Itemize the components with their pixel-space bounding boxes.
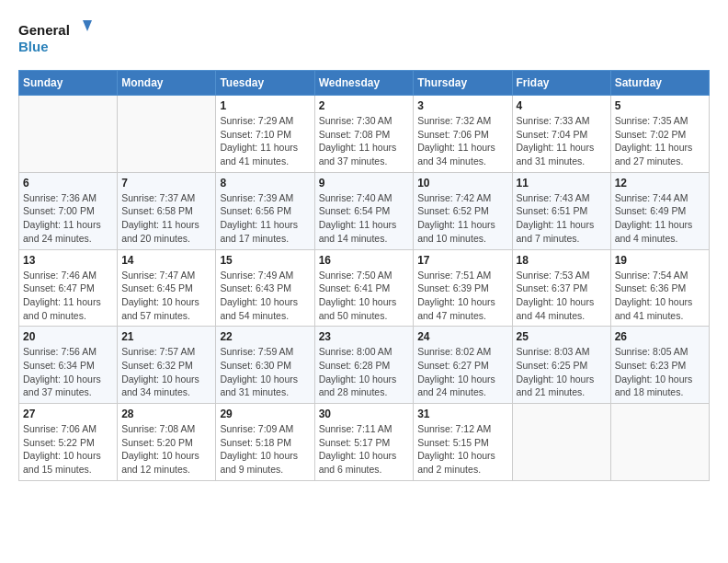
day-number: 22 [220, 330, 310, 343]
weekday-header-saturday: Saturday [610, 71, 709, 96]
page-header: General Blue [18, 18, 710, 55]
calendar-cell: 9Sunrise: 7:40 AM Sunset: 6:54 PM Daylig… [314, 172, 414, 249]
day-number: 31 [417, 408, 507, 420]
calendar-header: SundayMondayTuesdayWednesdayThursdayFrid… [19, 71, 710, 96]
calendar-week-3: 13Sunrise: 7:46 AM Sunset: 6:47 PM Dayli… [19, 249, 710, 327]
weekday-header-wednesday: Wednesday [314, 71, 414, 96]
day-info: Sunrise: 8:03 AM Sunset: 6:25 PM Dayligh… [517, 345, 607, 399]
day-number: 29 [220, 408, 310, 420]
calendar-cell: 28Sunrise: 7:08 AM Sunset: 5:20 PM Dayli… [118, 404, 216, 481]
calendar-cell: 21Sunrise: 7:57 AM Sunset: 6:32 PM Dayli… [118, 327, 216, 404]
calendar-cell: 25Sunrise: 8:03 AM Sunset: 6:25 PM Dayli… [512, 327, 610, 404]
day-info: Sunrise: 7:32 AM Sunset: 7:06 PM Dayligh… [417, 114, 507, 168]
calendar-cell: 29Sunrise: 7:09 AM Sunset: 5:18 PM Dayli… [216, 404, 314, 481]
weekday-header-monday: Monday [118, 71, 216, 96]
day-info: Sunrise: 7:09 AM Sunset: 5:18 PM Dayligh… [220, 422, 310, 477]
calendar-table: SundayMondayTuesdayWednesdayThursdayFrid… [18, 70, 710, 481]
day-number: 20 [23, 330, 113, 343]
day-info: Sunrise: 8:05 AM Sunset: 6:23 PM Dayligh… [615, 345, 705, 399]
day-number: 15 [220, 254, 310, 267]
calendar-cell: 30Sunrise: 7:11 AM Sunset: 5:17 PM Dayli… [314, 404, 414, 481]
day-number: 27 [23, 408, 113, 420]
day-number: 7 [121, 177, 211, 190]
day-number: 21 [121, 330, 211, 343]
day-info: Sunrise: 8:02 AM Sunset: 6:27 PM Dayligh… [417, 345, 507, 399]
calendar-week-5: 27Sunrise: 7:06 AM Sunset: 5:22 PM Dayli… [19, 404, 710, 481]
day-number: 6 [23, 177, 113, 190]
day-number: 4 [517, 99, 607, 112]
day-info: Sunrise: 7:35 AM Sunset: 7:02 PM Dayligh… [615, 114, 705, 168]
calendar-cell: 15Sunrise: 7:49 AM Sunset: 6:43 PM Dayli… [216, 249, 314, 327]
day-number: 9 [319, 177, 410, 190]
day-info: Sunrise: 7:40 AM Sunset: 6:54 PM Dayligh… [319, 191, 410, 246]
calendar-cell: 17Sunrise: 7:51 AM Sunset: 6:39 PM Dayli… [414, 249, 512, 327]
calendar-cell: 12Sunrise: 7:44 AM Sunset: 6:49 PM Dayli… [610, 172, 709, 249]
day-info: Sunrise: 7:36 AM Sunset: 7:00 PM Dayligh… [23, 191, 113, 246]
calendar-cell: 27Sunrise: 7:06 AM Sunset: 5:22 PM Dayli… [19, 404, 118, 481]
day-number: 25 [517, 330, 607, 343]
calendar-cell: 19Sunrise: 7:54 AM Sunset: 6:36 PM Dayli… [610, 249, 709, 327]
calendar-cell: 22Sunrise: 7:59 AM Sunset: 6:30 PM Dayli… [216, 327, 314, 404]
calendar-cell: 14Sunrise: 7:47 AM Sunset: 6:45 PM Dayli… [118, 249, 216, 327]
day-info: Sunrise: 7:06 AM Sunset: 5:22 PM Dayligh… [23, 422, 113, 477]
calendar-cell: 6Sunrise: 7:36 AM Sunset: 7:00 PM Daylig… [19, 172, 118, 249]
day-info: Sunrise: 7:08 AM Sunset: 5:20 PM Dayligh… [121, 422, 211, 477]
weekday-row: SundayMondayTuesdayWednesdayThursdayFrid… [19, 71, 710, 96]
day-info: Sunrise: 7:59 AM Sunset: 6:30 PM Dayligh… [220, 345, 310, 399]
day-number: 2 [319, 99, 410, 112]
calendar-cell: 2Sunrise: 7:30 AM Sunset: 7:08 PM Daylig… [314, 96, 414, 173]
day-info: Sunrise: 7:46 AM Sunset: 6:47 PM Dayligh… [23, 269, 113, 323]
day-info: Sunrise: 7:37 AM Sunset: 6:58 PM Dayligh… [121, 191, 211, 246]
day-number: 12 [615, 177, 705, 190]
calendar-week-1: 1Sunrise: 7:29 AM Sunset: 7:10 PM Daylig… [19, 96, 710, 173]
day-number: 28 [121, 408, 211, 420]
calendar-cell: 1Sunrise: 7:29 AM Sunset: 7:10 PM Daylig… [216, 96, 314, 173]
calendar-week-4: 20Sunrise: 7:56 AM Sunset: 6:34 PM Dayli… [19, 327, 710, 404]
day-number: 10 [417, 177, 507, 190]
day-number: 17 [417, 254, 507, 267]
day-number: 3 [417, 99, 507, 112]
day-info: Sunrise: 7:56 AM Sunset: 6:34 PM Dayligh… [23, 345, 113, 399]
weekday-header-tuesday: Tuesday [216, 71, 314, 96]
calendar-cell: 3Sunrise: 7:32 AM Sunset: 7:06 PM Daylig… [414, 96, 512, 173]
logo: General Blue [18, 18, 92, 55]
calendar-cell: 7Sunrise: 7:37 AM Sunset: 6:58 PM Daylig… [118, 172, 216, 249]
day-number: 24 [417, 330, 507, 343]
day-number: 5 [615, 99, 705, 112]
day-info: Sunrise: 7:49 AM Sunset: 6:43 PM Dayligh… [220, 269, 310, 323]
day-info: Sunrise: 7:57 AM Sunset: 6:32 PM Dayligh… [121, 345, 211, 399]
calendar-cell: 20Sunrise: 7:56 AM Sunset: 6:34 PM Dayli… [19, 327, 118, 404]
calendar-cell [512, 404, 610, 481]
day-info: Sunrise: 7:54 AM Sunset: 6:36 PM Dayligh… [615, 269, 705, 323]
calendar-cell: 26Sunrise: 8:05 AM Sunset: 6:23 PM Dayli… [610, 327, 709, 404]
calendar-cell [118, 96, 216, 173]
day-number: 19 [615, 254, 705, 267]
calendar-cell: 8Sunrise: 7:39 AM Sunset: 6:56 PM Daylig… [216, 172, 314, 249]
day-info: Sunrise: 7:44 AM Sunset: 6:49 PM Dayligh… [615, 191, 705, 246]
day-number: 23 [319, 330, 410, 343]
calendar-cell: 11Sunrise: 7:43 AM Sunset: 6:51 PM Dayli… [512, 172, 610, 249]
day-number: 16 [319, 254, 410, 267]
day-info: Sunrise: 7:47 AM Sunset: 6:45 PM Dayligh… [121, 269, 211, 323]
day-info: Sunrise: 7:29 AM Sunset: 7:10 PM Dayligh… [220, 114, 310, 168]
svg-marker-2 [83, 20, 92, 31]
calendar-cell: 24Sunrise: 8:02 AM Sunset: 6:27 PM Dayli… [414, 327, 512, 404]
calendar-cell: 23Sunrise: 8:00 AM Sunset: 6:28 PM Dayli… [314, 327, 414, 404]
calendar-week-2: 6Sunrise: 7:36 AM Sunset: 7:00 PM Daylig… [19, 172, 710, 249]
day-info: Sunrise: 7:42 AM Sunset: 6:52 PM Dayligh… [417, 191, 507, 246]
day-info: Sunrise: 7:51 AM Sunset: 6:39 PM Dayligh… [417, 269, 507, 323]
calendar-cell: 5Sunrise: 7:35 AM Sunset: 7:02 PM Daylig… [610, 96, 709, 173]
calendar-cell: 31Sunrise: 7:12 AM Sunset: 5:15 PM Dayli… [414, 404, 512, 481]
calendar-cell: 16Sunrise: 7:50 AM Sunset: 6:41 PM Dayli… [314, 249, 414, 327]
weekday-header-friday: Friday [512, 71, 610, 96]
weekday-header-sunday: Sunday [19, 71, 118, 96]
day-info: Sunrise: 7:11 AM Sunset: 5:17 PM Dayligh… [319, 422, 410, 477]
day-info: Sunrise: 7:12 AM Sunset: 5:15 PM Dayligh… [417, 422, 507, 477]
svg-text:General: General [18, 22, 70, 38]
day-info: Sunrise: 7:33 AM Sunset: 7:04 PM Dayligh… [517, 114, 607, 168]
day-info: Sunrise: 7:53 AM Sunset: 6:37 PM Dayligh… [517, 269, 607, 323]
svg-text:Blue: Blue [18, 39, 49, 54]
day-info: Sunrise: 7:39 AM Sunset: 6:56 PM Dayligh… [220, 191, 310, 246]
calendar-cell: 18Sunrise: 7:53 AM Sunset: 6:37 PM Dayli… [512, 249, 610, 327]
day-number: 8 [220, 177, 310, 190]
